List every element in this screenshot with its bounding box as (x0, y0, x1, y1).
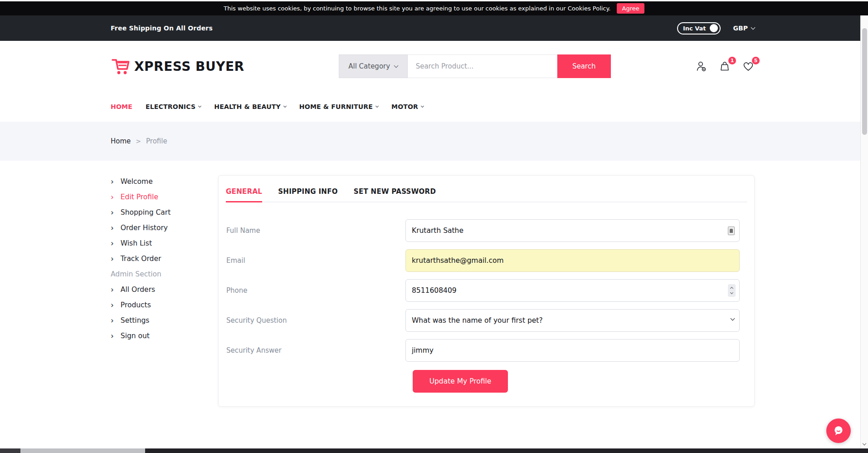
chat-widget-button[interactable] (826, 419, 851, 443)
profile-tabs: GENERAL SHIPPING INFO SET NEW PASSWORD (226, 187, 747, 202)
chevron-right-icon: › (111, 208, 114, 217)
top-bar: Free Shipping On All Orders Inc Vat GBP (0, 15, 868, 41)
security-question-row: Security Question What was the name of y… (226, 309, 747, 332)
search-bar: All Category Search (339, 54, 611, 78)
nav-item-home[interactable]: HOME (111, 103, 132, 110)
chevron-down-icon (751, 25, 756, 30)
currency-label: GBP (733, 25, 748, 32)
security-answer-label: Security Answer (226, 346, 405, 355)
spinner-down-icon[interactable] (730, 291, 733, 294)
sidebar-item-label: All Orders (121, 285, 155, 295)
sidebar-item-all-orders[interactable]: › All Orders (111, 285, 201, 295)
sidebar-item-label: Settings (121, 316, 150, 325)
currency-selector[interactable]: GBP (733, 25, 755, 32)
wishlist-count-badge: 5 (752, 57, 760, 64)
horizontal-scrollbar-thumb[interactable] (20, 448, 145, 453)
sidebar-item-label: Welcome (121, 177, 153, 187)
tab-set-new-password[interactable]: SET NEW PASSWORD (354, 187, 436, 202)
nav-item-home-furniture[interactable]: HOME & FURNITURE (299, 103, 378, 110)
vertical-scrollbar[interactable] (860, 15, 868, 448)
wishlist-button[interactable]: 5 (742, 60, 755, 73)
search-input[interactable] (408, 54, 557, 78)
horizontal-scrollbar[interactable] (0, 448, 868, 453)
email-input[interactable] (405, 249, 740, 272)
user-icon (695, 60, 707, 73)
chevron-down-icon (283, 104, 287, 107)
brand-logo[interactable]: XPRESS BUYER (111, 56, 244, 76)
nav-item-electronics[interactable]: ELECTRONICS (146, 103, 201, 110)
breadcrumb-home-link[interactable]: Home (111, 137, 131, 145)
chevron-right-icon: › (111, 192, 114, 202)
sidebar-item-edit-profile[interactable]: › Edit Profile (111, 192, 201, 202)
breadcrumb-separator: > (136, 138, 141, 145)
category-dropdown[interactable]: All Category (339, 54, 408, 78)
contact-autofill-icon[interactable] (728, 226, 735, 235)
security-answer-row: Security Answer (226, 339, 747, 362)
cart-button[interactable]: 1 (718, 60, 731, 73)
chevron-right-icon: › (111, 300, 114, 310)
sidebar-item-shopping-cart[interactable]: › Shopping Cart (111, 208, 201, 217)
cart-logo-icon (111, 56, 132, 76)
account-button[interactable] (695, 60, 707, 73)
cookie-banner: This website uses cookies, by continuing… (0, 0, 868, 15)
phone-row: Phone (226, 279, 747, 302)
chevron-right-icon: › (111, 254, 114, 264)
horizontal-scrollbar-button[interactable] (0, 448, 20, 453)
sidebar-item-products[interactable]: › Products (111, 300, 201, 310)
inc-vat-toggle[interactable]: Inc Vat (677, 22, 721, 34)
sidebar-item-wish-list[interactable]: › Wish List (111, 239, 201, 248)
full-name-label: Full Name (226, 226, 405, 235)
toggle-knob-icon (710, 24, 718, 32)
page: This website uses cookies, by continuing… (0, 0, 868, 453)
category-label: All Category (348, 62, 390, 70)
chevron-right-icon: › (111, 239, 114, 248)
security-question-label: Security Question (226, 316, 405, 325)
chevron-right-icon: › (111, 223, 114, 233)
agree-button[interactable]: Agree (617, 3, 644, 14)
security-question-select[interactable]: What was the name of your first pet? (405, 309, 740, 332)
breadcrumb-current: Profile (146, 137, 167, 145)
number-spinner[interactable] (728, 284, 736, 297)
vat-toggle-label: Inc Vat (683, 25, 706, 32)
phone-input[interactable] (405, 279, 740, 302)
main-header: XPRESS BUYER All Category Search (0, 41, 868, 92)
sidebar-section-header: Admin Section (111, 270, 201, 279)
sidebar-item-settings[interactable]: › Settings (111, 316, 201, 325)
sidebar-item-label: Sign out (121, 331, 150, 341)
sidebar-item-track-order[interactable]: › Track Order (111, 254, 201, 264)
chevron-down-icon (198, 104, 201, 107)
brand-name: XPRESS BUYER (134, 59, 244, 74)
chevron-down-icon (394, 63, 399, 68)
chat-smile-icon (832, 424, 845, 438)
chevron-down-icon (375, 104, 379, 107)
search-button[interactable]: Search (557, 54, 611, 78)
sidebar-item-order-history[interactable]: › Order History (111, 223, 201, 233)
account-sidebar: › Welcome › Edit Profile › Shopping Cart… (111, 177, 201, 347)
chevron-right-icon: › (111, 285, 114, 295)
sidebar-item-welcome[interactable]: › Welcome (111, 177, 201, 187)
full-name-input[interactable] (405, 219, 740, 242)
sidebar-item-label: Track Order (121, 254, 161, 264)
sidebar-item-label: Shopping Cart (121, 208, 171, 217)
scroll-down-arrow-icon[interactable] (863, 442, 866, 445)
tab-shipping-info[interactable]: SHIPPING INFO (278, 187, 338, 202)
sidebar-item-label: Edit Profile (121, 192, 158, 202)
vertical-scrollbar-thumb[interactable] (862, 28, 867, 135)
tab-general[interactable]: GENERAL (226, 187, 262, 202)
main-content: › Welcome › Edit Profile › Shopping Cart… (0, 161, 868, 448)
chevron-right-icon: › (111, 316, 114, 325)
breadcrumb: Home > Profile (0, 122, 868, 161)
spinner-up-icon[interactable] (730, 287, 733, 290)
sidebar-item-sign-out[interactable]: › Sign out (111, 331, 201, 341)
full-name-row: Full Name (226, 219, 747, 242)
free-shipping-message: Free Shipping On All Orders (111, 25, 213, 32)
profile-form: Full Name Email Phone (226, 219, 747, 393)
update-profile-button[interactable]: Update My Profile (413, 370, 508, 393)
sidebar-item-label: Order History (121, 223, 168, 233)
cookie-message: This website uses cookies, by continuing… (224, 5, 610, 12)
nav-item-motor[interactable]: MOTOR (391, 103, 424, 110)
nav-item-health-beauty[interactable]: HEALTH & BEAUTY (214, 103, 286, 110)
cart-count-badge: 1 (728, 57, 736, 64)
security-answer-input[interactable] (405, 339, 740, 362)
chevron-right-icon: › (111, 331, 114, 341)
